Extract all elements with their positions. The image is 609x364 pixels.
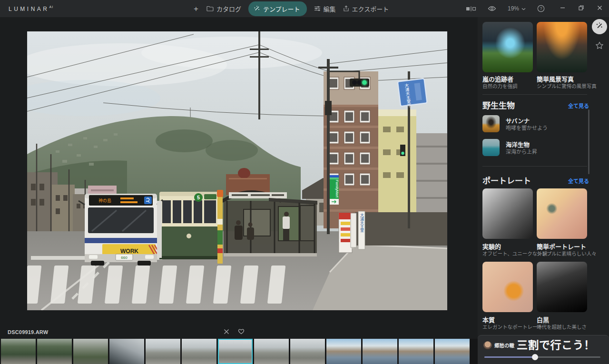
minimize-button[interactable] xyxy=(560,5,565,12)
svg-text:660: 660 xyxy=(121,256,128,260)
template-card-experimental[interactable] xyxy=(482,188,533,239)
main-photo-illustration: FamilyMart xyxy=(27,31,447,310)
template-card-subtitle: エレガントなポートレート xyxy=(482,323,539,330)
creator-avatar xyxy=(483,341,492,350)
filmstrip-thumbnail[interactable] xyxy=(73,339,108,364)
filmstrip-thumbnail[interactable] xyxy=(363,339,397,364)
template-card-easy-landscape[interactable] xyxy=(537,22,587,72)
tab-templates-label: テンプレート xyxy=(263,4,300,13)
magic-wand-icon xyxy=(254,5,260,12)
tab-templates[interactable]: テンプレート xyxy=(248,1,307,16)
help-button[interactable]: ? xyxy=(537,5,545,12)
template-amount-slider[interactable] xyxy=(484,354,600,360)
luminar-window: LUMINARAI + カタログ テンプレート 編集 エクスポート xyxy=(0,0,609,364)
see-all-wildlife-link[interactable]: 全て見る xyxy=(568,102,589,109)
template-card-subtitle: オフビート、ユニークな外観 xyxy=(482,250,539,257)
svg-text:5: 5 xyxy=(197,195,200,200)
reject-icon[interactable] xyxy=(224,328,229,336)
sidebar-scrollbar[interactable] xyxy=(588,109,589,174)
template-name: 三割で行こう！ xyxy=(517,340,595,351)
shop-fronts xyxy=(355,212,447,246)
topbar: LUMINARAI + カタログ テンプレート 編集 エクスポート xyxy=(0,0,609,17)
close-button[interactable] xyxy=(597,5,602,12)
filmstrip-thumbnail[interactable] xyxy=(146,339,180,364)
familymart-sign: FamilyMart xyxy=(330,175,339,205)
brown-building xyxy=(324,71,378,228)
svg-text:大浦天主堂: 大浦天主堂 xyxy=(360,213,364,232)
template-item-savanna[interactable] xyxy=(482,115,500,132)
chevron-down-icon xyxy=(521,5,526,12)
tram-stop-pole xyxy=(217,190,223,264)
template-card-storm-chaser[interactable] xyxy=(482,22,533,72)
main-photo: FamilyMart xyxy=(27,31,447,310)
filmstrip-thumbnail-selected[interactable] xyxy=(218,339,253,364)
tab-export[interactable]: エクスポート xyxy=(343,4,389,13)
applied-template-panel: 郷愁の轍 三割で行こう！ xyxy=(478,335,609,364)
export-icon xyxy=(343,5,349,12)
filmstrip-thumbnail[interactable] xyxy=(399,339,433,364)
template-item-subtitle: 咆哮を響かせよう xyxy=(506,124,548,131)
divider xyxy=(482,94,587,95)
filmstrip-thumbnail[interactable] xyxy=(109,339,144,364)
template-item-subtitle: 深海から上昇 xyxy=(506,148,537,155)
zoom-level-value: 19% xyxy=(508,5,519,12)
template-card-subtitle: シンプルに素晴らしい人々 xyxy=(537,250,593,257)
applied-template-info: 郷愁の轍 三割で行こう！ xyxy=(483,340,605,351)
topbar-controls: 19% ? xyxy=(466,0,602,17)
app-logo: LUMINARAI xyxy=(9,5,53,12)
section-title-portrait: ポートレート xyxy=(482,174,531,186)
main-nav: + カタログ テンプレート 編集 エクスポート xyxy=(193,0,389,17)
filmstrip-thumbnail[interactable] xyxy=(37,339,72,364)
filmstrip-thumbnail[interactable] xyxy=(290,339,325,364)
photo-filename: DSC09919.ARW xyxy=(8,329,48,335)
filmstrip-thumbnail[interactable] xyxy=(1,339,36,364)
restore-button[interactable] xyxy=(579,5,584,12)
template-card-essence[interactable] xyxy=(482,262,533,312)
photo-meta-actions xyxy=(224,328,245,336)
magic-wand-icon xyxy=(596,22,603,31)
see-all-portrait-link[interactable]: 全て見る xyxy=(568,177,589,185)
suggestions-wand-button[interactable] xyxy=(592,19,607,34)
sliders-icon xyxy=(314,6,321,11)
favorites-star-button[interactable] xyxy=(594,40,605,51)
tab-catalog-label: カタログ xyxy=(216,4,241,13)
template-collection-name: 郷愁の轍 xyxy=(494,342,514,349)
add-photos-button[interactable]: + xyxy=(193,5,199,13)
photo-canvas: FamilyMart xyxy=(0,17,478,364)
filmstrip-thumbnail[interactable] xyxy=(254,339,289,364)
tab-catalog[interactable]: カタログ xyxy=(206,4,241,13)
compare-view-button[interactable] xyxy=(466,6,476,11)
filmstrip-thumbnail[interactable] xyxy=(326,339,361,364)
templates-sidebar: 嵐の追跡者 自然の力を強調 簡単風景写真 シンプルに驚愕の風景写真 野生生物 全… xyxy=(478,17,609,364)
tab-edit[interactable]: 編集 xyxy=(314,4,336,13)
template-card-black-white[interactable] xyxy=(537,262,587,312)
yellow-building xyxy=(378,109,416,228)
tram: 5 xyxy=(159,192,219,259)
svg-text:FamilyMart: FamilyMart xyxy=(335,180,339,198)
divider xyxy=(482,166,587,167)
template-item-marine[interactable] xyxy=(482,139,500,156)
tab-edit-label: 編集 xyxy=(324,4,336,13)
slider-knob[interactable] xyxy=(532,354,538,360)
svg-text:神の島: 神の島 xyxy=(98,198,111,203)
filmstrip-thumbnail[interactable] xyxy=(435,339,470,364)
favorite-heart-icon[interactable] xyxy=(238,328,245,336)
folder-icon xyxy=(206,6,214,11)
window-buttons xyxy=(560,5,602,12)
preview-eye-button[interactable] xyxy=(488,6,496,11)
tab-export-label: エクスポート xyxy=(352,4,389,13)
template-card-subtitle: シンプルに驚愕の風景写真 xyxy=(537,82,593,89)
filmstrip xyxy=(0,339,478,364)
bus: 神の島 WORK 660 xyxy=(79,194,163,266)
template-card-subtitle: 自然の力を強調 xyxy=(482,82,539,89)
section-title-wildlife: 野生生物 xyxy=(482,99,515,111)
zoom-level-dropdown[interactable]: 19% xyxy=(508,5,526,12)
filmstrip-thumbnail[interactable] xyxy=(182,339,216,364)
svg-text:?: ? xyxy=(540,6,542,11)
slider-fill xyxy=(484,356,535,358)
svg-text:WORK: WORK xyxy=(120,248,138,255)
template-card-subtitle: 時代を超越した美しさ xyxy=(537,323,593,330)
red-ad-sign xyxy=(339,213,352,253)
template-card-easy-portrait[interactable] xyxy=(537,188,587,239)
